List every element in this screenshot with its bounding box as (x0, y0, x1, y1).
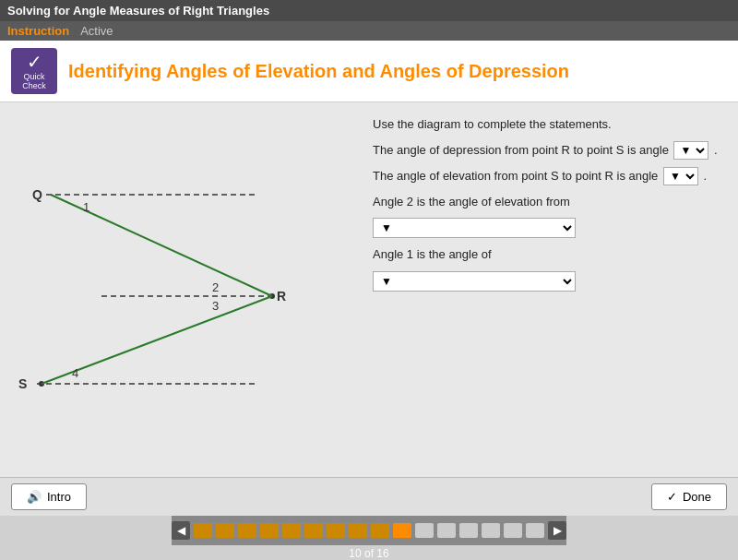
page-10[interactable] (393, 523, 411, 538)
header-title: Identifying Angles of Elevation and Angl… (68, 61, 569, 82)
prev-page-button[interactable]: ◀ (172, 521, 190, 540)
svg-text:R: R (277, 289, 286, 304)
q3-text: Angle 2 is the angle of elevation from (373, 193, 725, 211)
q1-select-wrapper: ▼ 1 2 3 4 (673, 141, 708, 160)
content-body: Q R S (0, 102, 738, 477)
intro-button[interactable]: 🔊 Intro (11, 483, 87, 510)
page-12[interactable] (437, 523, 456, 538)
page-14[interactable] (482, 523, 500, 538)
svg-text:2: 2 (212, 280, 219, 294)
page-16[interactable] (526, 523, 544, 538)
pagination-wrapper: ◀ ▶ 10 of 16 (0, 516, 738, 560)
app: Solving for Angle Measures of Right Tria… (0, 0, 738, 560)
active-label: Active (80, 24, 113, 38)
next-page-button[interactable]: ▶ (548, 521, 566, 540)
q1-select[interactable]: ▼ 1 2 3 4 (673, 141, 708, 160)
q2-text: The angle of elevation from point S to p… (373, 167, 725, 185)
top-bar: Solving for Angle Measures of Right Tria… (0, 0, 738, 21)
text-area: Use the diagram to complete the statemen… (369, 112, 729, 468)
page-3[interactable] (238, 523, 256, 538)
instruction-link[interactable]: Instruction (7, 24, 69, 38)
pagination: ◀ ▶ (172, 516, 566, 545)
page-4[interactable] (260, 523, 279, 538)
page-2[interactable] (216, 523, 234, 538)
q3-select[interactable]: ▼ point S to point R point R to point S … (373, 218, 576, 238)
page-15[interactable] (504, 523, 522, 538)
page-11[interactable] (415, 523, 434, 538)
badge-text: Quick Check (11, 73, 57, 91)
speaker-icon: 🔊 (27, 490, 42, 504)
q4-text: Angle 1 is the angle of (373, 245, 725, 264)
bottom-controls: 🔊 Intro ✓ Done (0, 477, 738, 516)
svg-text:4: 4 (72, 366, 78, 380)
quick-check-badge: ✓ Quick Check (11, 48, 57, 94)
q2-select-wrapper: ▼ 1 2 3 4 (663, 167, 698, 185)
diagram-area: Q R S (9, 112, 360, 468)
q1-text: The angle of depression from point R to … (373, 141, 725, 160)
svg-text:S: S (18, 376, 27, 391)
header: ✓ Quick Check Identifying Angles of Elev… (0, 41, 738, 102)
done-button[interactable]: ✓ Done (651, 483, 727, 510)
q4-select-wrapper: ▼ depression from Q to R elevation from … (373, 271, 725, 292)
svg-text:3: 3 (212, 299, 219, 313)
page-7[interactable] (327, 523, 345, 538)
svg-text:Q: Q (32, 187, 42, 202)
svg-text:1: 1 (83, 200, 89, 214)
nav-bar: Instruction Active (0, 21, 738, 41)
instruction-text: Use the diagram to complete the statemen… (373, 115, 725, 134)
page-13[interactable] (459, 523, 478, 538)
page-8[interactable] (349, 523, 367, 538)
main-content: ✓ Quick Check Identifying Angles of Elev… (0, 41, 738, 477)
q4-select[interactable]: ▼ depression from Q to R elevation from … (373, 271, 576, 292)
q2-select[interactable]: ▼ 1 2 3 4 (663, 167, 698, 185)
check-icon: ✓ (27, 51, 42, 73)
done-check-icon: ✓ (667, 490, 677, 504)
page-5[interactable] (282, 523, 301, 538)
q3-select-wrapper: ▼ point S to point R point R to point S … (373, 218, 725, 238)
page-1[interactable] (194, 523, 212, 538)
page-6[interactable] (304, 523, 323, 538)
lesson-title: Solving for Angle Measures of Right Tria… (7, 4, 269, 18)
page-9[interactable] (371, 523, 389, 538)
page-indicator: 10 of 16 (349, 547, 388, 560)
